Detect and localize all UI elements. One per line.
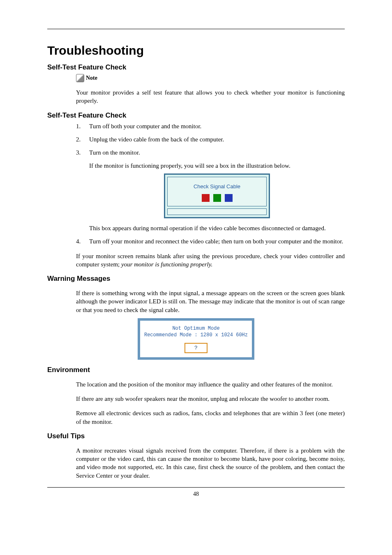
section-self-test-intro: Self-Test Feature Check Note Your monito… [47,63,345,105]
env-p2: If there are any sub woofer speakers nea… [76,395,345,403]
heading-self-test-2: Self-Test Feature Check [47,111,345,120]
heading-tips: Useful Tips [47,432,345,440]
section-warning: Warning Messages If there is something w… [47,275,345,360]
top-rule [47,29,345,29]
heading-warning: Warning Messages [47,275,345,283]
section-tips: Useful Tips A monitor recreates visual s… [47,432,345,480]
not-optimum-body: Not Optimum Mode Recommended Mode : 1280… [140,321,252,357]
section-environment: Environment The location and the positio… [47,366,345,426]
warning-body: If there is something wrong with the inp… [76,289,345,314]
note-row: Note [76,74,345,82]
note-icon [76,74,84,82]
after-steps-italic: your monitor is functioning properly. [121,261,212,268]
page-number: 48 [47,491,345,497]
note-body: Your monitor provides a self test featur… [76,88,345,105]
check-signal-text: Check Signal Cable [171,183,263,190]
step-3: Turn on the monitor. If the monitor is f… [76,148,345,232]
check-signal-box: Check Signal Cable [164,173,270,219]
step-1-text: Turn off both your computer and the moni… [89,123,201,130]
check-signal-bar [167,208,267,215]
step-2-text: Unplug the video cable from the back of … [89,136,224,143]
figure-not-optimum: Not Optimum Mode Recommended Mode : 1280… [47,318,345,360]
figure-check-signal: Check Signal Cable [89,173,345,219]
check-signal-inner: Check Signal Cable [167,177,267,207]
not-optimum-button: ? [184,343,208,353]
env-p1: The location and the position of the mon… [76,380,345,388]
step-2: Unplug the video cable from the back of … [76,135,345,143]
step-3b-text: If the monitor is functioning properly, … [89,162,345,170]
step-3c-text: This box appears during normal operation… [89,224,345,232]
bottom-rule [47,487,345,488]
tips-p1: A monitor recreates visual signals recei… [76,446,345,480]
env-p3: Remove all electronic devices such as ra… [76,409,345,426]
page-container: Troubleshooting Self-Test Feature Check … [0,0,392,510]
square-blue [225,194,233,202]
note-label: Note [86,75,97,81]
page-title: Troubleshooting [47,44,345,58]
heading-environment: Environment [47,366,345,374]
steps-list: Turn off both your computer and the moni… [76,122,345,246]
step-1: Turn off both your computer and the moni… [76,122,345,130]
not-optimum-line2: Recommended Mode : 1280 x 1024 60Hz [144,332,248,338]
not-optimum-box: Not Optimum Mode Recommended Mode : 1280… [138,318,254,360]
step-4-text: Turn off your monitor and reconnect the … [89,238,343,245]
section-self-test-steps: Self-Test Feature Check Turn off both yo… [47,111,345,269]
step-3-text: Turn on the monitor. [89,149,140,156]
not-optimum-line1: Not Optimum Mode [144,326,248,331]
rgb-squares [171,194,263,202]
step-4: Turn off your monitor and reconnect the … [76,237,345,245]
square-green [213,194,221,202]
heading-self-test-1: Self-Test Feature Check [47,63,345,72]
after-steps-text: If your monitor screen remains blank aft… [76,252,345,269]
square-red [202,194,210,202]
